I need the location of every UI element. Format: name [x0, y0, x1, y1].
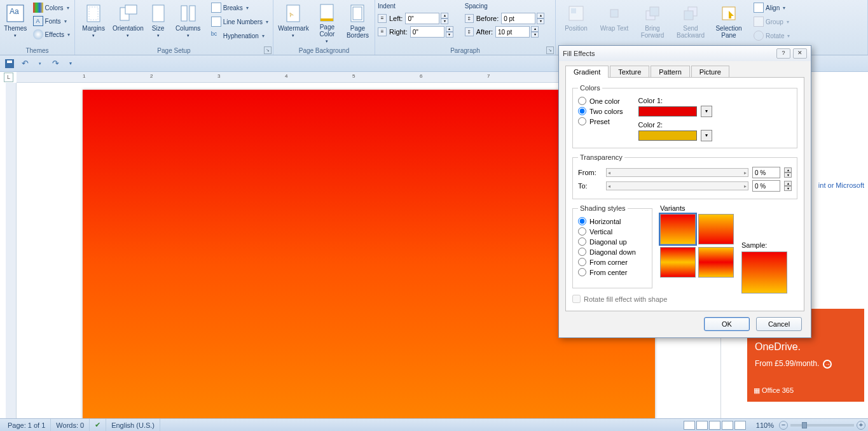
view-draft[interactable] — [734, 421, 746, 430]
spinner-up[interactable]: ▴ — [441, 13, 448, 18]
zoom-level[interactable]: 110% — [751, 419, 779, 431]
themes-button[interactable]: Aa Themes▾ — [3, 1, 29, 43]
ruler-num: 4 — [285, 73, 287, 79]
status-words[interactable]: Words: 0 — [51, 419, 90, 431]
from-label: From: — [578, 169, 602, 176]
svg-rect-17 — [610, 10, 618, 17]
fonts-button[interactable]: AFonts — [31, 15, 72, 27]
columns-button[interactable]: Columns▾ — [172, 1, 203, 43]
status-page[interactable]: Page: 1 of 1 — [3, 419, 51, 431]
tab-pattern[interactable]: Pattern — [651, 66, 689, 78]
view-web-layout[interactable] — [709, 421, 720, 430]
watermark-button[interactable]: AWatermark▾ — [276, 1, 311, 43]
radio-horizontal[interactable]: Horizontal — [578, 217, 647, 225]
page-setup-launcher[interactable]: ↘ — [264, 46, 272, 54]
view-print-layout[interactable] — [684, 421, 695, 430]
group-themes: Aa Themes▾ Colors AFonts Effects Themes — [0, 0, 75, 55]
legend: Shading styles — [578, 204, 628, 212]
align-button[interactable]: Align — [752, 1, 792, 14]
colors-button[interactable]: Colors — [31, 1, 72, 14]
view-outline[interactable] — [722, 421, 733, 430]
save-button[interactable] — [4, 58, 15, 69]
page-borders-icon — [347, 3, 368, 24]
color2-swatch[interactable] — [638, 131, 697, 141]
radio-vertical[interactable]: Vertical — [578, 227, 647, 236]
zoom-in-button[interactable]: + — [857, 421, 865, 430]
breaks-button[interactable]: Breaks — [209, 1, 270, 14]
spacing-before-icon: ‡ — [465, 14, 474, 23]
line-numbers-button[interactable]: Line Numbers — [209, 15, 270, 28]
help-link[interactable]: int or Microsoft — [818, 181, 864, 189]
hyphenation-button[interactable]: bcHyphenation — [209, 29, 270, 42]
view-full-screen[interactable] — [696, 421, 708, 430]
spinner-up[interactable]: ▴ — [784, 167, 792, 173]
variant-4[interactable] — [698, 247, 734, 278]
spinner-up[interactable]: ▴ — [531, 26, 539, 32]
spinner-up[interactable]: ▴ — [537, 13, 544, 18]
indent-left-input[interactable] — [405, 13, 439, 24]
variant-1[interactable] — [660, 214, 696, 244]
margins-button[interactable]: Margins▾ — [78, 1, 109, 43]
color1-swatch[interactable] — [638, 106, 697, 117]
from-input[interactable] — [752, 167, 780, 178]
radio-diagonal-up[interactable]: Diagonal up — [578, 237, 647, 246]
tab-picture[interactable]: Picture — [691, 66, 729, 78]
to-slider[interactable]: ◂▸ — [606, 181, 748, 190]
orientation-button[interactable]: Orientation▾ — [112, 1, 144, 43]
selection-pane-button[interactable]: Selection Pane — [711, 1, 747, 43]
help-button[interactable]: ? — [776, 48, 790, 59]
spinner-down[interactable]: ▾ — [784, 186, 792, 191]
zoom-slider[interactable] — [790, 424, 854, 427]
arrow-icon: → — [823, 360, 832, 369]
svg-rect-24 — [7, 60, 12, 63]
zoom-out-button[interactable]: − — [779, 421, 788, 430]
legend: Colors — [578, 84, 602, 92]
cancel-button[interactable]: Cancel — [756, 317, 802, 331]
radio-diagonal-down[interactable]: Diagonal down — [578, 248, 647, 256]
radio-preset[interactable]: Preset — [578, 117, 623, 125]
spinner-up[interactable]: ▴ — [446, 26, 453, 32]
page-borders-button[interactable]: Page Borders — [343, 1, 372, 43]
size-button[interactable]: Size▾ — [147, 1, 170, 43]
qat-customize[interactable]: ▾ — [65, 58, 76, 69]
vertical-ruler[interactable] — [6, 83, 17, 418]
status-proof[interactable]: ✔ — [90, 419, 106, 431]
tab-texture[interactable]: Texture — [610, 66, 649, 78]
indent-right-input[interactable] — [410, 26, 444, 38]
spinner-down[interactable]: ▾ — [531, 32, 539, 38]
spacing-after-input[interactable] — [495, 26, 530, 38]
variant-3[interactable] — [660, 247, 696, 278]
spacing-before-input[interactable] — [501, 13, 535, 24]
spinner-up[interactable]: ▴ — [784, 181, 792, 186]
radio-from-corner[interactable]: From corner — [578, 258, 647, 266]
radio-one-color[interactable]: One color — [578, 97, 623, 105]
ok-button[interactable]: OK — [704, 317, 750, 331]
effects-button[interactable]: Effects — [31, 28, 72, 41]
color2-dropdown[interactable]: ▾ — [701, 130, 712, 141]
spinner-down[interactable]: ▾ — [441, 18, 448, 24]
paragraph-launcher[interactable]: ↘ — [546, 46, 554, 54]
redo-button[interactable]: ↷ — [50, 58, 61, 69]
from-slider[interactable]: ◂▸ — [606, 168, 748, 177]
spinner-down[interactable]: ▾ — [537, 18, 544, 24]
undo-button[interactable]: ↶ — [19, 58, 31, 69]
tab-selector[interactable]: L — [4, 73, 13, 82]
shading-styles-fieldset: Shading styles Horizontal Vertical Diago… — [572, 204, 652, 288]
spinner-down[interactable]: ▾ — [446, 32, 453, 38]
dialog-titlebar[interactable]: Fill Effects ? ✕ — [559, 46, 811, 61]
close-button[interactable]: ✕ — [793, 48, 807, 59]
indent-right-icon: ≡ — [378, 27, 387, 36]
sample-preview — [741, 251, 787, 293]
status-language[interactable]: English (U.S.) — [106, 419, 160, 431]
tab-gradient[interactable]: Gradient — [565, 66, 609, 78]
color1-dropdown[interactable]: ▾ — [701, 106, 712, 117]
page-color-button[interactable]: Page Color▾ — [313, 1, 341, 43]
margins-icon — [83, 3, 104, 24]
to-input[interactable] — [752, 180, 780, 192]
radio-from-center[interactable]: From center — [578, 268, 647, 276]
left-label: Left: — [389, 15, 403, 22]
spinner-down[interactable]: ▾ — [784, 173, 792, 178]
undo-more[interactable]: ▾ — [34, 58, 46, 69]
radio-two-colors[interactable]: Two colors — [578, 107, 623, 115]
variant-2[interactable] — [698, 214, 734, 244]
